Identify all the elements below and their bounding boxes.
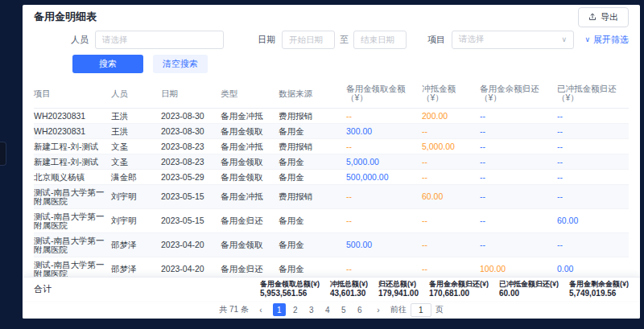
table-row: 测试-南昌大学第一附属医院刘宇明2023-05-15备用金冲抵费用报销--60.… [34,185,629,209]
page-list: 123456 [273,303,366,316]
summary-stat: 已冲抵金额归还(¥)60.00 [499,280,559,298]
column-header: 数据来源 [279,87,346,101]
page-button[interactable]: 6 [353,303,366,316]
table-cell: 2023-08-23 [161,139,221,154]
amount-cell: -- [480,238,557,253]
table-cell: 文圣 [111,139,161,154]
project-select-placeholder: 请选择 [459,34,485,45]
page-button[interactable]: 3 [305,303,318,316]
page-button[interactable]: 1 [273,303,286,316]
table-row: 新建工程-刘-测试文圣2023-08-23备用金领取备用金5,000.00---… [34,154,629,170]
amount-cell: -- [480,214,557,228]
summary-stat-label: 归还总额(¥) [378,280,419,289]
column-header: 类型 [221,87,279,101]
petty-cash-detail-panel: 备用金明细表 导出 人员 日期 至 项目 请选择 ∨ ∨ 展开筛 [23,5,640,319]
table-cell: 王洪 [111,109,161,123]
summary-stat-label: 备用金剩余金额(¥) [569,280,629,289]
table-cell: 2023-05-15 [161,214,221,228]
project-filter-select[interactable]: 请选择 ∨ [452,31,574,49]
table-row: 测试-南昌大学第一附属医院邵梦泽2023-04-20备用金领取备用金500.00… [34,233,629,257]
table-cell: 北京顺义杨镇 [34,170,111,184]
table-cell: 备用金 [279,124,346,138]
table-row: 北京顺义杨镇满金郎2023-05-29备用金领取备用金500,000.00---… [34,170,629,185]
table-cell: 2023-04-20 [161,262,221,277]
prev-page-button[interactable]: ‹ [254,303,267,316]
amount-cell: 0.00 [557,262,623,277]
amount-cell: -- [422,214,480,228]
amount-cell: -- [557,238,623,253]
table-cell: 2023-05-15 [161,190,221,204]
filter-row: 人员 日期 至 项目 请选择 ∨ ∨ 展开筛选 [23,29,640,50]
amount-cell: -- [422,238,480,253]
side-drawer-handle[interactable] [0,142,6,166]
page-button[interactable]: 4 [321,303,334,316]
amount-cell: -- [557,170,623,184]
table-cell: 备用金冲抵 [221,139,279,154]
amount-cell: -- [422,124,480,138]
amount-cell: 5,000.00 [346,154,422,169]
summary-stat-value: 60.00 [499,289,559,298]
table-header-row: 项目人员日期类型数据来源备用金领取金额（¥）冲抵金额（¥）备用金余额归还（¥）已… [34,79,629,109]
summary-stat-value: 43,601.30 [330,289,368,298]
column-header: 项目 [34,87,111,101]
export-button[interactable]: 导出 [578,7,629,27]
table-cell: 2023-08-30 [161,109,221,123]
summary-stat: 备用金领取总额(¥)5,953,561.56 [260,280,320,298]
amount-cell: -- [557,139,623,154]
page-button[interactable]: 5 [337,303,350,316]
amount-cell: 500.00 [346,238,422,253]
goto-page-group: 前往 页 [390,303,444,317]
amount-cell: 500,000.00 [346,170,422,184]
amount-cell: -- [557,154,623,169]
title-bar: 备用金明细表 导出 [23,5,640,29]
amount-cell: -- [346,139,422,154]
chevron-down-icon: ∨ [561,36,567,43]
amount-cell: -- [480,124,557,138]
clear-search-button[interactable]: 清空搜索 [153,55,208,73]
table-cell: WH20230831 [34,109,111,123]
column-header: 备用金领取金额（¥） [346,82,422,105]
table-cell: 备用金 [279,238,346,253]
table-cell: 邵梦泽 [111,238,161,253]
date-end-input[interactable] [353,31,407,49]
expand-filter-link[interactable]: ∨ 展开筛选 [584,34,629,46]
amount-cell: -- [422,262,480,277]
table-cell: 2023-04-20 [161,238,221,253]
page-button[interactable]: 2 [289,303,302,316]
table-cell: 备用金 [279,154,346,169]
table-row: WH20230831王洪2023-08-30备用金领取备用金300.00----… [34,124,629,139]
summary-stat-value: 179,941.00 [378,289,419,298]
next-page-button[interactable]: › [372,303,385,316]
table-cell: 备用金领取 [221,124,279,138]
amount-cell: -- [346,190,422,204]
table-cell: 邵梦泽 [111,262,161,277]
table-cell: 备用金 [279,262,346,277]
amount-cell: -- [480,139,557,154]
pagination-bar: 共 71 条 ‹ 123456 › 前往 页 [23,301,640,319]
table-cell: WH20230831 [34,124,111,138]
search-button[interactable]: 搜索 [72,55,143,73]
table-body: WH20230831王洪2023-08-30备用金冲抵费用报销--200.00-… [34,109,629,277]
table-cell: 测试-南昌大学第一附属医院 [34,233,111,257]
amount-cell: 60.00 [557,214,623,228]
amount-cell: -- [422,154,480,169]
amount-cell: 60.00 [422,190,480,204]
date-start-input[interactable] [282,31,335,49]
summary-bar: 合计 备用金领取总额(¥)5,953,561.56冲抵总额(¥)43,601.3… [23,277,640,301]
amount-cell: -- [480,154,557,169]
chevron-down-icon: ∨ [584,36,590,43]
goto-label: 前往 [390,304,407,315]
person-filter-input[interactable] [95,31,224,49]
amount-cell: 300.00 [346,124,422,138]
summary-stat-value: 170,681.00 [429,289,489,298]
amount-cell: -- [557,124,623,138]
table-cell: 备用金领取 [221,170,279,184]
table-cell: 备用金 [279,170,346,184]
table-cell: 刘宇明 [111,190,161,204]
project-filter-label: 项目 [427,34,445,46]
summary-stat-label: 已冲抵金额归还(¥) [499,280,559,289]
amount-cell: -- [480,190,557,204]
table-cell: 备用金领取 [221,238,279,253]
goto-page-input[interactable] [411,303,431,317]
table-cell: 费用报销 [279,109,346,123]
